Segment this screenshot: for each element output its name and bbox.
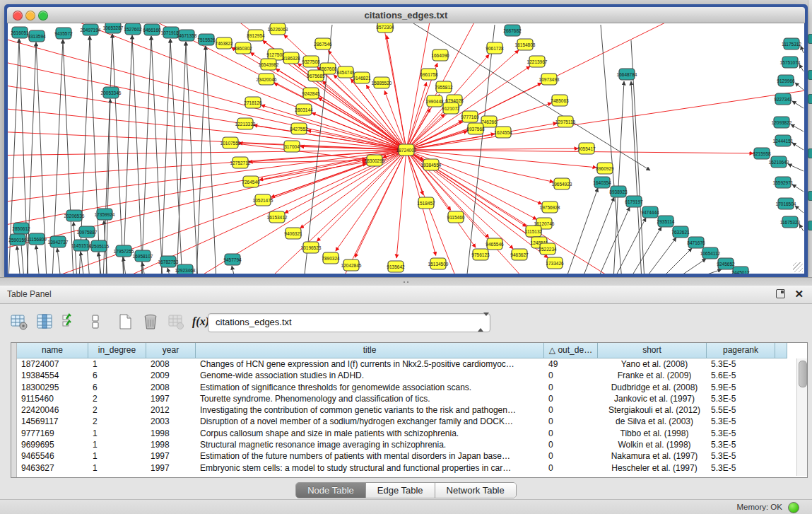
graph-edge[interactable] bbox=[285, 150, 406, 213]
table-cell: 1 bbox=[88, 439, 146, 450]
graph-edge[interactable] bbox=[8, 150, 406, 205]
graph-node-label: 19654923 bbox=[552, 182, 572, 187]
vertical-scrollbar[interactable] bbox=[796, 358, 807, 476]
graph-edge[interactable] bbox=[565, 188, 598, 274]
graph-edge[interactable] bbox=[161, 39, 170, 274]
table-cell: 1 bbox=[88, 428, 146, 439]
table-row[interactable]: 1830029562008Estimation of significance … bbox=[17, 382, 787, 393]
graph-edge[interactable] bbox=[317, 150, 406, 241]
table-row[interactable]: 977716911998Corpus callosum shape and si… bbox=[17, 428, 787, 439]
table-row[interactable]: 946362711997Embryonic stem cells: a mode… bbox=[17, 462, 787, 474]
column-header-out-degree[interactable]: △ out_de… bbox=[544, 343, 598, 358]
graph-node-label: 15885520 bbox=[372, 81, 392, 86]
graph-edge[interactable] bbox=[274, 83, 406, 150]
graph-edge[interactable] bbox=[177, 42, 186, 274]
graph-node-label: 12042845 bbox=[341, 263, 362, 268]
graph-node-label: 9675685 bbox=[307, 74, 325, 78]
table-row[interactable]: 911546021997Tourette syndrome. Phenomeno… bbox=[17, 393, 787, 404]
scrollbar-thumb[interactable] bbox=[799, 361, 807, 387]
graph-edge[interactable] bbox=[186, 42, 198, 274]
citation-network-graph[interactable]: 2616051931359494355722049719410653287152… bbox=[8, 23, 804, 274]
graph-edge[interactable] bbox=[151, 36, 163, 274]
graph-edge[interactable] bbox=[396, 150, 406, 258]
graph-edge[interactable] bbox=[167, 268, 171, 274]
graph-node-label: 1664090 bbox=[431, 53, 449, 58]
table-row[interactable]: 1938455462009Genome-wide association stu… bbox=[17, 370, 787, 381]
close-panel-icon[interactable]: ✕ bbox=[794, 288, 804, 300]
panel-title: Table Panel bbox=[7, 289, 52, 299]
graph-edge[interactable] bbox=[36, 245, 40, 274]
graph-edge[interactable] bbox=[81, 252, 84, 274]
graph-edge[interactable] bbox=[659, 248, 692, 274]
table-cell: Wolkin et al. (1998) bbox=[598, 439, 707, 450]
graph-edge[interactable] bbox=[28, 150, 406, 274]
graph-edge[interactable] bbox=[795, 206, 804, 213]
window-titlebar[interactable]: citations_edges.txt bbox=[7, 7, 805, 23]
graph-node-label: 15751074 bbox=[780, 60, 801, 65]
graph-node-label: 9242845 bbox=[302, 91, 320, 96]
dropdown-stepper-icon bbox=[478, 316, 486, 329]
graph-edge[interactable] bbox=[8, 32, 406, 150]
tab-edge-table[interactable]: Edge Table bbox=[366, 483, 435, 498]
show-columns-icon[interactable] bbox=[35, 313, 55, 332]
graph-edge[interactable] bbox=[206, 46, 216, 274]
tab-node-table[interactable]: Node Table bbox=[296, 483, 366, 498]
column-header-name[interactable]: name bbox=[17, 343, 88, 358]
graph-edge[interactable] bbox=[792, 185, 804, 192]
graph-edge[interactable] bbox=[132, 35, 143, 274]
column-header-title[interactable]: title bbox=[196, 343, 544, 358]
table-row[interactable]: 969969511998Structural magnetic resonanc… bbox=[17, 439, 787, 450]
graph-edge[interactable] bbox=[170, 39, 182, 274]
graph-edge[interactable] bbox=[141, 36, 151, 274]
graph-edge[interactable] bbox=[629, 227, 661, 274]
graph-edge[interactable] bbox=[799, 224, 804, 231]
graph-edge[interactable] bbox=[631, 81, 642, 274]
graph-edge[interactable] bbox=[673, 259, 706, 274]
graph-edge[interactable] bbox=[406, 148, 578, 150]
new-file-icon[interactable] bbox=[116, 313, 136, 332]
graph-edge[interactable] bbox=[232, 266, 235, 274]
graph-edge[interactable] bbox=[123, 35, 132, 274]
table-row[interactable]: 946554611997Estimation of the future num… bbox=[17, 450, 787, 462]
graph-edge[interactable] bbox=[601, 25, 622, 274]
graph-edge[interactable] bbox=[57, 248, 61, 274]
graph-edge[interactable] bbox=[17, 246, 20, 274]
graph-edge[interactable] bbox=[792, 143, 804, 150]
graph-edge[interactable] bbox=[788, 164, 804, 171]
graph-edge[interactable] bbox=[799, 64, 804, 71]
graph-edge[interactable] bbox=[791, 124, 804, 132]
graph-edge[interactable] bbox=[792, 101, 804, 108]
select-rows-icon[interactable] bbox=[61, 313, 81, 332]
graph-edge[interactable] bbox=[406, 150, 542, 204]
background-node-fragment bbox=[808, 34, 812, 44]
table-row[interactable]: 1456911722003Disruption of a novel membe… bbox=[17, 416, 787, 427]
table-select-dropdown[interactable]: citations_edges.txt bbox=[208, 313, 490, 332]
graph-edge[interactable] bbox=[307, 130, 406, 150]
network-canvas[interactable]: 2616051931359494355722049719410653287152… bbox=[8, 23, 804, 274]
column-header-year[interactable]: year bbox=[146, 343, 196, 358]
table-cell: 5.3E-5 bbox=[707, 462, 775, 474]
graph-edge[interactable] bbox=[196, 46, 206, 274]
checkbox-column-icon[interactable] bbox=[86, 313, 106, 332]
graph-edge[interactable] bbox=[141, 23, 406, 150]
table-settings-icon[interactable] bbox=[10, 313, 30, 332]
tab-network-table[interactable]: Network Table bbox=[435, 483, 516, 498]
column-header-pagerank[interactable]: pagerank bbox=[707, 343, 775, 358]
graph-edge[interactable] bbox=[795, 83, 804, 90]
table-row[interactable]: 2242004622012Investigating the contribut… bbox=[17, 404, 787, 416]
graph-edge[interactable] bbox=[801, 46, 804, 53]
table-row[interactable]: 1872400712008Changes of HCN gene express… bbox=[17, 358, 787, 370]
float-panel-icon[interactable] bbox=[776, 289, 785, 298]
graph-node-label: 18724007 bbox=[396, 148, 417, 153]
table-cell: 49 bbox=[544, 358, 598, 370]
graph-edge[interactable] bbox=[251, 162, 366, 182]
column-header-short[interactable]: short bbox=[598, 343, 707, 358]
table-cell: 0 bbox=[544, 428, 598, 439]
column-header-in-degree[interactable]: in_degree bbox=[88, 343, 146, 358]
delete-trash-icon[interactable] bbox=[141, 313, 161, 332]
resize-grip[interactable] bbox=[793, 262, 803, 272]
graph-node-label: 11675323 bbox=[780, 220, 801, 225]
graph-edge[interactable] bbox=[689, 269, 722, 274]
graph-edge[interactable] bbox=[339, 150, 406, 274]
graph-edge[interactable] bbox=[597, 207, 630, 274]
